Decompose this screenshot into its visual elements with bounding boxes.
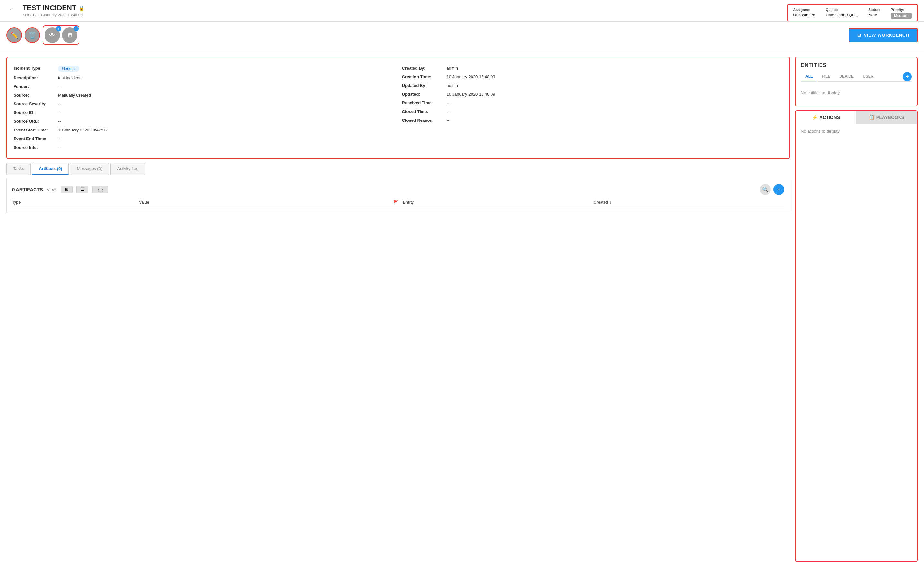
source-info-row: Source Info: --: [14, 143, 394, 152]
view-btn-2[interactable]: ☰: [77, 186, 88, 193]
creation-time-row: Creation Time: 10 January 2020 13:48:09: [402, 72, 783, 81]
priority-label: Priority:: [891, 8, 904, 12]
status-value: New: [868, 13, 880, 17]
workbench-icon: ⊞: [857, 33, 861, 38]
lock-icon: 🔒: [79, 6, 84, 10]
assignee-field: Assignee: Unassigned: [793, 7, 815, 17]
vendor-row: Vendor: --: [14, 82, 394, 91]
table-header: Type Value 🚩 Entity Created ↓: [12, 198, 784, 207]
tab-playbooks[interactable]: 📋 PLAYBOOKS: [856, 111, 917, 124]
no-entities-text: No entities to display: [801, 86, 912, 100]
col-type-header: Type: [12, 200, 139, 205]
add-artifact-button[interactable]: +: [774, 184, 784, 195]
view-workbench-button[interactable]: ⊞ VIEW WORKBENCH: [849, 28, 918, 42]
queue-label: Queue:: [826, 8, 838, 12]
observe-button-2[interactable]: 🖥 +: [62, 27, 77, 43]
artifact-actions: 🔍 +: [760, 184, 784, 195]
updated-row: Updated: 10 January 2020 13:48:09: [402, 90, 783, 99]
right-panel: ENTITIES ALL FILE DEVICE USER + No entit…: [795, 57, 918, 562]
view-btn-3[interactable]: ⋮⋮: [92, 186, 108, 193]
description-value: test incident: [58, 75, 80, 80]
source-severity-label: Source Severity:: [14, 102, 56, 106]
resolved-time-label: Resolved Time:: [402, 100, 444, 105]
actions-content: No actions to display: [796, 124, 917, 139]
monitor-icon: 🖥: [67, 32, 72, 39]
closed-time-label: Closed Time:: [402, 109, 444, 114]
source-info-label: Source Info:: [14, 145, 56, 150]
event-end-label: Event End Time:: [14, 136, 56, 141]
resolved-time-value: --: [447, 100, 450, 105]
creation-time-value: 10 January 2020 13:48:09: [447, 74, 495, 79]
view-btn-1[interactable]: ⊞: [61, 186, 72, 193]
creation-time-label: Creation Time:: [402, 74, 444, 79]
info-right-col: Created By: admin Creation Time: 10 Janu…: [402, 64, 783, 152]
updated-value: 10 January 2020 13:48:09: [447, 92, 495, 97]
closed-time-value: --: [447, 109, 450, 114]
tabs-row: Tasks Artifacts (0) Messages (0) Activit…: [6, 163, 790, 175]
entity-tab-user[interactable]: USER: [858, 72, 878, 81]
entity-tab-file[interactable]: FILE: [817, 72, 835, 81]
source-url-label: Source URL:: [14, 119, 56, 124]
source-label: Source:: [14, 93, 56, 98]
incident-title-text: TEST INCIDENT: [23, 4, 76, 12]
priority-field: Priority: Medium: [891, 7, 912, 18]
col-entity-header: Entity: [403, 200, 594, 205]
source-url-value: --: [58, 119, 61, 124]
tab-messages[interactable]: Messages (0): [70, 163, 109, 175]
assignee-value: Unassigned: [793, 13, 815, 17]
status-field: Status: New: [868, 7, 880, 17]
updated-by-label: Updated By:: [402, 83, 444, 88]
source-id-value: --: [58, 110, 61, 115]
obs2-badge: +: [74, 26, 79, 31]
tab-tasks[interactable]: Tasks: [6, 163, 31, 175]
entities-title: ENTITIES: [801, 63, 912, 68]
left-panel: Incident Type: Generic Description: test…: [6, 57, 790, 562]
actions-tabs: ⚡ ACTIONS 📋 PLAYBOOKS: [796, 111, 917, 124]
main-content: Incident Type: Generic Description: test…: [0, 51, 924, 567]
updated-label: Updated:: [402, 92, 444, 97]
view-label: View:: [47, 187, 57, 192]
tab-activity-log[interactable]: Activity Log: [110, 163, 145, 175]
artifacts-header: 0 ARTIFACTS View: ⊞ ☰ ⋮⋮ 🔍 +: [12, 184, 784, 195]
entity-tab-device[interactable]: DEVICE: [835, 72, 858, 81]
source-url-row: Source URL: --: [14, 117, 394, 126]
source-row: Source: Manually Created: [14, 91, 394, 99]
entity-tab-all[interactable]: ALL: [801, 72, 817, 81]
closed-reason-row: Closed Reason: --: [402, 116, 783, 124]
description-row: Description: test incident: [14, 74, 394, 82]
resolved-time-row: Resolved Time: --: [402, 99, 783, 107]
header-divider: [0, 50, 924, 50]
event-start-value: 10 January 2020 13:47:56: [58, 128, 107, 132]
incident-subtitle: SOC-1 / 10 January 2020 13:48:09: [23, 13, 782, 17]
closed-reason-value: --: [447, 118, 450, 123]
search-artifacts-button[interactable]: 🔍: [760, 184, 771, 195]
event-start-label: Event Start Time:: [14, 128, 56, 132]
description-label: Description:: [14, 75, 56, 80]
edit-icon: ✏️: [10, 31, 18, 39]
closed-reason-label: Closed Reason:: [402, 118, 444, 123]
toolbar: ✏️ 🗑️ 👁 + 🖥 + ⊞ VIEW WORKBENCH: [0, 22, 924, 49]
workbench-label: VIEW WORKBENCH: [864, 33, 909, 38]
event-end-value: --: [58, 136, 61, 141]
source-info-value: --: [58, 145, 61, 150]
queue-value: Unassigned Qu...: [826, 13, 858, 17]
tab-artifacts[interactable]: Artifacts (0): [32, 163, 69, 175]
edit-button[interactable]: ✏️: [6, 27, 22, 43]
tab-actions[interactable]: ⚡ ACTIONS: [796, 111, 856, 124]
add-entity-button[interactable]: +: [903, 72, 912, 81]
created-by-value: admin: [447, 66, 458, 70]
playbooks-tab-label: PLAYBOOKS: [876, 115, 904, 120]
observe-button-group: 👁 + 🖥 +: [42, 26, 79, 45]
status-label: Status:: [868, 8, 880, 12]
back-button[interactable]: ←: [6, 4, 17, 14]
plus-icon: +: [777, 186, 780, 192]
col-flag-header: 🚩: [393, 200, 403, 205]
event-start-row: Event Start Time: 10 January 2020 13:47:…: [14, 126, 394, 134]
closed-time-row: Closed Time: --: [402, 107, 783, 116]
delete-button[interactable]: 🗑️: [24, 27, 40, 43]
priority-badge: Medium: [891, 13, 912, 19]
incident-type-row: Incident Type: Generic: [14, 64, 394, 74]
playbooks-icon: 📋: [869, 115, 874, 120]
observe-button-1[interactable]: 👁 +: [45, 27, 60, 43]
source-value: Manually Created: [58, 93, 91, 98]
